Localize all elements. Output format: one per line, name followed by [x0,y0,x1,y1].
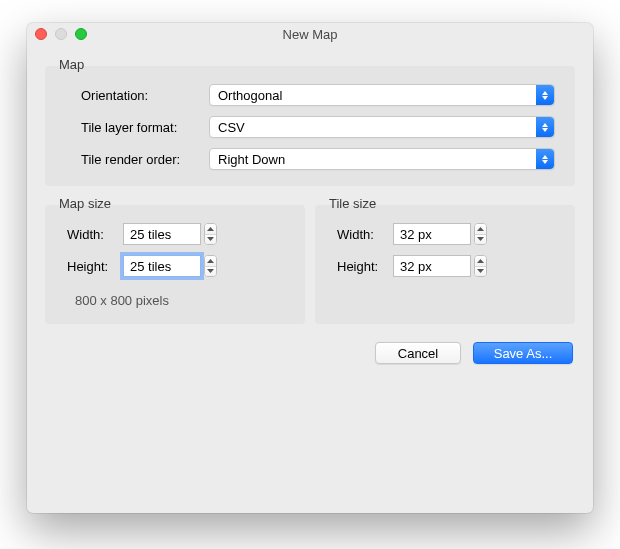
tile-render-order-select[interactable]: Right Down [209,148,555,170]
stepper-up-icon[interactable] [205,224,216,234]
tile-render-order-value: Right Down [218,152,285,167]
updown-arrows-icon [536,149,554,169]
map-height-stepper[interactable] [123,255,217,277]
tile-height-label: Height: [337,259,389,274]
svg-marker-5 [477,237,484,241]
stepper-up-icon[interactable] [205,256,216,266]
minimize-window-button [55,28,67,40]
map-size-group: Map size Width: Height: [45,196,305,324]
svg-marker-0 [207,227,214,231]
tile-layer-format-label: Tile layer format: [81,120,205,135]
tile-width-input[interactable] [393,223,471,245]
tile-width-stepper[interactable] [393,223,487,245]
tile-width-label: Width: [337,227,389,242]
svg-marker-7 [477,269,484,273]
window-title: New Map [283,27,338,42]
orientation-value: Orthogonal [218,88,282,103]
svg-marker-2 [207,259,214,263]
map-size-pixel-note: 800 x 800 pixels [67,287,289,308]
stepper-buttons[interactable] [204,223,217,245]
stepper-buttons[interactable] [474,255,487,277]
orientation-label: Orientation: [81,88,205,103]
svg-marker-1 [207,237,214,241]
updown-arrows-icon [536,117,554,137]
stepper-down-icon[interactable] [475,234,486,245]
new-map-window: New Map Map Orientation: Orthogonal Tile… [27,23,593,513]
stepper-up-icon[interactable] [475,224,486,234]
stepper-down-icon[interactable] [475,266,486,277]
tile-height-stepper[interactable] [393,255,487,277]
map-height-input[interactable] [123,255,201,277]
tile-render-order-label: Tile render order: [81,152,205,167]
map-width-label: Width: [67,227,119,242]
save-as-button[interactable]: Save As... [473,342,573,364]
map-width-stepper[interactable] [123,223,217,245]
tile-layer-format-select[interactable]: CSV [209,116,555,138]
map-group: Map Orientation: Orthogonal Tile layer f… [45,57,575,186]
stepper-buttons[interactable] [204,255,217,277]
orientation-select[interactable]: Orthogonal [209,84,555,106]
close-window-button[interactable] [35,28,47,40]
tile-height-input[interactable] [393,255,471,277]
cancel-button[interactable]: Cancel [375,342,461,364]
stepper-up-icon[interactable] [475,256,486,266]
zoom-window-button[interactable] [75,28,87,40]
stepper-down-icon[interactable] [205,234,216,245]
map-width-input[interactable] [123,223,201,245]
map-size-legend: Map size [59,196,113,213]
tile-layer-format-value: CSV [218,120,245,135]
map-group-legend: Map [59,57,86,74]
tile-size-legend: Tile size [329,196,378,213]
svg-marker-6 [477,259,484,263]
tile-size-group: Tile size Width: Height: [315,196,575,324]
titlebar: New Map [27,23,593,45]
svg-marker-3 [207,269,214,273]
svg-marker-4 [477,227,484,231]
stepper-buttons[interactable] [474,223,487,245]
map-height-label: Height: [67,259,119,274]
stepper-down-icon[interactable] [205,266,216,277]
updown-arrows-icon [536,85,554,105]
